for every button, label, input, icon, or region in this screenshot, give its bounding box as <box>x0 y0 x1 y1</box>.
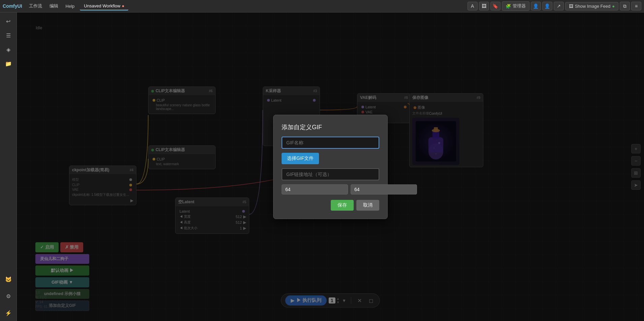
menu-help[interactable]: Help <box>62 2 78 10</box>
gif-name-input[interactable] <box>282 137 379 149</box>
show-image-feed-button[interactable]: 🖼 Show Image Feed ● <box>565 2 618 10</box>
sidebar-settings-icon[interactable]: ⚙ <box>3 291 14 301</box>
gif-height-input[interactable] <box>351 184 417 194</box>
dialog-actions: 保存 取消 <box>282 200 379 211</box>
main-area: ↩ ☰ ◈ 📁 🐱 ⚙ ⚡ Idle CLIP文本编辑器 #6 CLIP bea… <box>0 12 644 321</box>
dialog-title: 添加自定义GIF <box>282 123 379 131</box>
menu-icon[interactable]: ≡ <box>631 2 641 10</box>
dialog-dimension-row <box>282 184 379 194</box>
app-logo: ComfyUI <box>3 3 22 9</box>
feed-status-icon: ● <box>612 4 615 9</box>
sidebar-user-icon[interactable]: 🐱 <box>3 274 14 285</box>
window-icon[interactable]: ⧉ <box>620 2 630 10</box>
sidebar-list-icon[interactable]: ☰ <box>3 30 14 41</box>
person-icon[interactable]: 👤 <box>531 2 541 10</box>
feed-icon: 🖼 <box>569 4 573 9</box>
add-gif-dialog: 添加自定义GIF 选择GIF文件 保存 取消 <box>273 115 388 219</box>
save-button[interactable]: 保存 <box>331 200 354 211</box>
select-gif-file-button[interactable]: 选择GIF文件 <box>282 153 319 164</box>
menu-bar: ComfyUI 工作流 编辑 Help Unsaved Workflow● A … <box>0 0 644 12</box>
sidebar-bottom-icon[interactable]: ⚡ <box>3 308 14 318</box>
top-icon-group: A 🖼 🔖 🧩 管理器 👤 👤 ↗ 🖼 Show Image Feed ● ⧉ … <box>468 1 641 11</box>
sidebar-history-icon[interactable]: ↩ <box>3 16 14 27</box>
sidebar-3d-icon[interactable]: ◈ <box>3 44 14 55</box>
sidebar-folder-icon[interactable]: 📁 <box>3 58 14 69</box>
menu-workflow[interactable]: 工作流 <box>26 2 45 10</box>
image-icon[interactable]: 🖼 <box>479 2 489 10</box>
gif-width-input[interactable] <box>282 184 348 194</box>
cancel-button[interactable]: 取消 <box>356 200 379 211</box>
manager-button[interactable]: 🧩 管理器 <box>502 1 529 11</box>
sidebar: ↩ ☰ ◈ 📁 🐱 ⚙ ⚡ <box>0 12 17 321</box>
bookmark-icon[interactable]: 🔖 <box>490 2 501 10</box>
dialog-overlay: 添加自定义GIF 选择GIF文件 保存 取消 <box>17 12 644 321</box>
canvas-area[interactable]: Idle CLIP文本编辑器 #6 CLIP beautiful scenery… <box>17 12 644 321</box>
person2-icon[interactable]: 👤 <box>542 2 552 10</box>
translate-icon[interactable]: A <box>468 2 478 10</box>
gif-url-input[interactable] <box>282 168 379 180</box>
active-tab[interactable]: Unsaved Workflow● <box>80 2 128 10</box>
menu-edit[interactable]: 编辑 <box>46 2 62 10</box>
puzzle-icon: 🧩 <box>506 4 511 9</box>
share-icon[interactable]: ↗ <box>554 2 564 10</box>
